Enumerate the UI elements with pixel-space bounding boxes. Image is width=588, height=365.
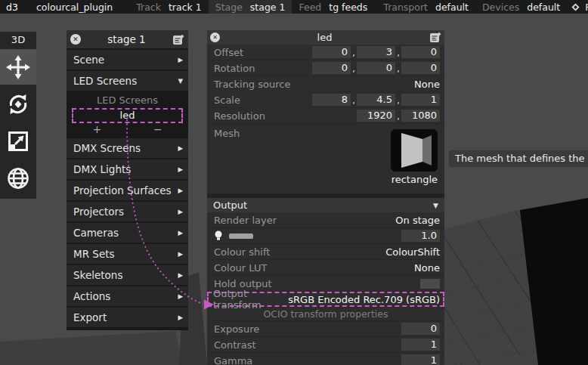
plugins-label[interactable]: Plugins — [585, 2, 588, 13]
resolution-width-field[interactable]: 1920 — [357, 110, 395, 122]
led-editor-panel: ✕ led Offset 0 , 3 , 0 Rotation 0 , 0 , … — [207, 30, 444, 365]
output-section-header[interactable]: Output ▼ — [207, 198, 444, 212]
sidebar-item-dmx-screens[interactable]: DMX Screens ▶ — [67, 138, 188, 158]
render-layer-value[interactable]: On stage — [395, 215, 440, 226]
scale-icon — [7, 130, 29, 153]
devices-label: Devices — [482, 2, 519, 13]
rotation-row: Rotation 0 , 0 , 0 — [207, 60, 444, 76]
feed-label: Feed — [299, 2, 321, 13]
sidebar-item-scene[interactable]: Scene ▶ — [67, 50, 188, 70]
scale-z-field[interactable]: 1 — [401, 94, 440, 106]
app-logo[interactable]: d3 — [6, 2, 18, 13]
stage-value[interactable]: stage 1 — [250, 2, 286, 13]
rotation-y-field[interactable]: 0 — [357, 62, 395, 74]
chevron-right-icon: ▶ — [178, 271, 183, 279]
render-layer-row[interactable]: Render layer On stage — [207, 212, 444, 228]
menu-plugin-name[interactable]: colourcal_plugin — [36, 2, 113, 13]
plugins-diamond-icon — [571, 3, 580, 11]
colour-lut-value[interactable]: None — [414, 262, 440, 274]
transport-value[interactable]: default — [435, 2, 469, 13]
stage-panel-title: stage 1 — [81, 33, 172, 45]
mesh-thumbnail[interactable] — [391, 129, 438, 172]
offset-y-field[interactable]: 3 — [357, 46, 395, 58]
sidebar-item-projectors[interactable]: Projectors ▶ — [67, 202, 188, 221]
scale-label: Scale — [214, 94, 240, 106]
exposure-field[interactable]: 0 — [401, 323, 440, 335]
sidebar-item-cameras[interactable]: Cameras ▶ — [67, 223, 188, 243]
rotation-z-field[interactable]: 0 — [401, 62, 440, 74]
sidebar-item-label: Export — [73, 311, 107, 323]
sidebar-item-label: Cameras — [73, 227, 119, 239]
resolution-height-field[interactable]: 1080 — [401, 110, 440, 122]
add-button[interactable]: + — [67, 124, 128, 135]
scale-y-field[interactable]: 4.5 — [357, 94, 395, 106]
chevron-right-icon: ▶ — [178, 229, 183, 237]
sidebar-item-label: LED Screens — [73, 75, 137, 87]
output-transform-value[interactable]: sRGB Encoded Rec.709 (sRGB) — [288, 294, 440, 305]
separator: , — [395, 47, 401, 58]
led-screen-item-led[interactable]: led — [72, 108, 183, 123]
offset-x-field[interactable]: 0 — [312, 46, 351, 58]
edit-note-icon[interactable] — [172, 34, 184, 45]
mesh-tooltip: The mesh that defines the sha — [449, 150, 588, 167]
sidebar-item-led-screens[interactable]: LED Screens ▼ — [67, 71, 188, 91]
menu-devices[interactable]: Devices default — [475, 0, 567, 14]
contrast-field[interactable]: 1 — [401, 339, 440, 351]
move-tool-button[interactable] — [0, 49, 36, 85]
separator: , — [351, 47, 357, 58]
menu-plugins[interactable]: Plugins — [567, 2, 588, 13]
menu-right-cluster: Devices default Plugins — [475, 0, 588, 14]
sidebar-item-mr-sets[interactable]: MR Sets ▶ — [67, 244, 188, 264]
sidebar-item-dmx-lights[interactable]: DMX Lights ▶ — [67, 159, 188, 179]
scale-tool-button[interactable] — [0, 123, 36, 159]
colour-shift-value[interactable]: ColourShift — [385, 246, 440, 258]
feed-value[interactable]: tg feeds — [329, 2, 367, 13]
rotation-x-field[interactable]: 0 — [312, 62, 351, 74]
sidebar-item-actions[interactable]: Actions ▶ — [67, 286, 188, 306]
offset-label: Offset — [214, 47, 243, 58]
rotate-tool-button[interactable] — [0, 86, 36, 122]
sidebar-item-label: Scene — [73, 54, 104, 66]
mesh-value: rectangle — [391, 174, 438, 185]
menu-transport[interactable]: Transport default — [376, 0, 475, 14]
sidebar-item-projection-surfaces[interactable]: Projection Surfaces ▶ — [67, 181, 188, 200]
tracking-source-value[interactable]: None — [414, 79, 440, 90]
mesh-row[interactable]: Mesh rectangle — [207, 124, 444, 194]
devices-value[interactable]: default — [527, 2, 560, 13]
brightness-field[interactable]: 1.0 — [401, 230, 440, 242]
menu-track[interactable]: Track track 1 — [129, 0, 208, 14]
sidebar-item-skeletons[interactable]: Skeletons ▶ — [67, 265, 188, 285]
remove-button[interactable]: − — [128, 124, 189, 135]
close-icon[interactable]: ✕ — [70, 34, 81, 45]
contrast-label: Contrast — [214, 339, 256, 351]
chevron-right-icon: ▶ — [178, 292, 183, 300]
sidebar-item-label: MR Sets — [73, 248, 115, 260]
render-layer-label: Render layer — [214, 215, 277, 226]
sidebar-item-export[interactable]: Export ▶ — [67, 308, 188, 327]
scale-x-field[interactable]: 8 — [312, 94, 351, 106]
globe-tool-button[interactable] — [0, 160, 36, 196]
gamma-field[interactable]: 1 — [401, 354, 440, 365]
menu-feed[interactable]: Feed tg feeds — [292, 0, 374, 14]
close-icon[interactable]: ✕ — [210, 32, 220, 42]
tracking-source-row[interactable]: Tracking source None — [207, 76, 444, 92]
colour-shift-row[interactable]: Colour shift ColourShift — [207, 244, 444, 260]
sidebar-item-label: Projectors — [73, 206, 124, 218]
3d-toolbar: 3D — [0, 32, 36, 199]
hold-output-checkbox[interactable] — [420, 279, 440, 289]
contrast-row: Contrast 1 — [207, 337, 444, 353]
toolbar-title: 3D — [11, 32, 25, 48]
separator: , — [395, 110, 401, 122]
track-value[interactable]: track 1 — [169, 2, 202, 13]
chevron-right-icon: ▶ — [178, 56, 183, 63]
stage-label: Stage — [215, 2, 243, 13]
move-icon — [6, 55, 30, 79]
led-screens-add-remove: + − — [67, 123, 188, 135]
menu-stage[interactable]: Stage stage 1 — [209, 0, 292, 14]
colour-lut-row[interactable]: Colour LUT None — [207, 260, 444, 276]
brightness-slider[interactable] — [229, 234, 253, 239]
offset-z-field[interactable]: 0 — [401, 46, 440, 58]
output-transform-row[interactable]: Output transform sRGB Encoded Rec.709 (s… — [207, 292, 444, 307]
globe-icon — [6, 166, 30, 190]
edit-note-icon[interactable] — [429, 32, 441, 43]
